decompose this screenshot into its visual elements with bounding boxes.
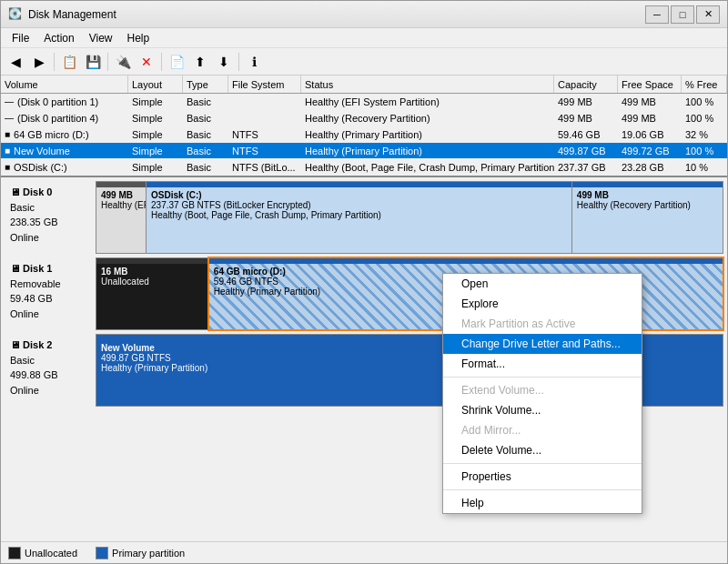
td-pctfree: 32 %: [682, 126, 727, 142]
context-menu-item[interactable]: Explore: [443, 294, 642, 314]
td-type: Basic: [183, 126, 228, 142]
td-fs: NTFS (BitLo...: [228, 159, 301, 175]
partition-bar: [147, 182, 571, 187]
disk-status: Online: [10, 383, 90, 398]
context-menu-item[interactable]: Help: [443, 493, 642, 513]
td-capacity: 59.46 GB: [554, 126, 618, 142]
header-layout[interactable]: Layout: [128, 76, 183, 93]
title-bar: 💽 Disk Management ─ □ ✕: [1, 1, 727, 28]
menu-help[interactable]: Help: [120, 30, 157, 46]
td-type: Basic: [183, 143, 228, 158]
disk-label: 🖥 Disk 1 Removable 59.48 GB Online: [5, 257, 96, 330]
disk-type: Removable: [10, 277, 90, 292]
td-fs: NTFS: [228, 126, 301, 142]
table-row[interactable]: ■New VolumeSimpleBasicNTFSHealthy (Prima…: [1, 143, 727, 159]
toolbar-sep-1: [54, 53, 55, 71]
disk-label: 🖥 Disk 2 Basic 499.88 GB Online: [5, 334, 96, 407]
menu-file[interactable]: File: [5, 30, 36, 46]
toolbar-btn-7[interactable]: ⬆: [189, 51, 211, 73]
context-menu-item[interactable]: Open: [443, 274, 642, 294]
context-menu-separator: [443, 377, 642, 378]
header-volume[interactable]: Volume: [1, 76, 128, 93]
context-menu-item: Extend Volume...: [443, 380, 642, 400]
disk-status: Online: [10, 307, 90, 322]
header-type[interactable]: Type: [183, 76, 228, 93]
disk-type: Basic: [10, 353, 90, 368]
legend-unallocated: Unallocated: [8, 547, 77, 559]
partition-name: 16 MB: [101, 267, 204, 277]
context-menu-item: Add Mirror...: [443, 420, 642, 440]
td-volume: ■New Volume: [1, 143, 128, 158]
td-status: Healthy (Boot, Page File, Crash Dump, Pr…: [301, 159, 554, 175]
table-body: —(Disk 0 partition 1)SimpleBasicHealthy …: [1, 94, 727, 176]
legend-primary-box: [96, 547, 108, 559]
toolbar-sep-3: [161, 53, 162, 71]
maximize-button[interactable]: □: [671, 5, 694, 24]
window-title: Disk Management: [28, 8, 645, 21]
minimize-button[interactable]: ─: [645, 5, 669, 24]
td-type: Basic: [183, 110, 228, 126]
header-pctfree[interactable]: % Free: [682, 76, 727, 93]
header-capacity[interactable]: Capacity: [554, 76, 618, 93]
toolbar-btn-info[interactable]: ℹ: [243, 51, 265, 73]
partition-sublabel: Healthy (Recovery Partition): [577, 200, 718, 210]
td-freespace: 499 MB: [618, 110, 682, 126]
context-menu-item[interactable]: Shrink Volume...: [443, 400, 642, 420]
header-status[interactable]: Status: [301, 76, 554, 93]
partition-bar: [572, 182, 723, 187]
toolbar-btn-6[interactable]: 📄: [166, 51, 187, 73]
disk-name: 🖥 Disk 0: [10, 185, 90, 200]
table-row[interactable]: —(Disk 0 partition 4)SimpleBasicHealthy …: [1, 110, 727, 126]
context-menu-item[interactable]: Format...: [443, 354, 642, 374]
menu-view[interactable]: View: [82, 30, 120, 46]
toolbar: ◀ ▶ 📋 💾 🔌 ✕ 📄 ⬆ ⬇ ℹ: [1, 48, 727, 76]
partition[interactable]: 499 MBHealthy (Recovery Partition): [572, 182, 723, 253]
toolbar-btn-4[interactable]: 💾: [82, 51, 104, 73]
back-button[interactable]: ◀: [5, 51, 26, 73]
td-status: Healthy (Primary Partition): [301, 143, 554, 158]
partition-bar: [96, 258, 208, 264]
app-icon: 💽: [8, 7, 23, 22]
forward-button[interactable]: ▶: [28, 51, 50, 73]
td-capacity: 499.87 GB: [554, 143, 618, 158]
partition[interactable]: 499 MBHealthy (EFI System Partition): [96, 182, 147, 253]
td-layout: Simple: [128, 110, 183, 126]
toolbar-btn-5[interactable]: 🔌: [112, 51, 134, 73]
toolbar-btn-delete[interactable]: ✕: [136, 51, 157, 73]
td-pctfree: 100 %: [682, 94, 727, 109]
menu-action[interactable]: Action: [36, 30, 81, 46]
td-capacity: 499 MB: [554, 94, 618, 109]
table-row[interactable]: —(Disk 0 partition 1)SimpleBasicHealthy …: [1, 94, 727, 110]
td-capacity: 237.37 GB: [554, 159, 618, 175]
td-status: Healthy (Primary Partition): [301, 126, 554, 142]
toolbar-sep-2: [107, 53, 108, 71]
close-button[interactable]: ✕: [696, 5, 720, 24]
disk-size: 499.88 GB: [10, 368, 90, 383]
td-fs: NTFS: [228, 143, 301, 158]
header-freespace[interactable]: Free Space: [618, 76, 682, 93]
context-menu-separator: [443, 489, 642, 490]
toolbar-sep-4: [238, 53, 239, 71]
table-row[interactable]: ■64 GB micro (D:)SimpleBasicNTFSHealthy …: [1, 126, 727, 143]
td-type: Basic: [183, 94, 228, 109]
context-menu-separator: [443, 463, 642, 464]
partition[interactable]: 16 MBUnallocated: [96, 258, 209, 329]
toolbar-btn-8[interactable]: ⬇: [213, 51, 235, 73]
table-row[interactable]: ■OSDisk (C:)SimpleBasicNTFS (BitLo...Hea…: [1, 159, 727, 176]
status-bar: Unallocated Primary partition: [1, 541, 727, 563]
legend-primary: Primary partition: [96, 547, 185, 559]
context-menu: OpenExploreMark Partition as ActiveChang…: [442, 273, 642, 514]
header-fs[interactable]: File System: [228, 76, 301, 93]
td-capacity: 499 MB: [554, 110, 618, 126]
partition-name: 499 MB: [577, 190, 718, 200]
partition[interactable]: OSDisk (C:)237.37 GB NTFS (BitLocker Enc…: [147, 182, 572, 253]
context-menu-item[interactable]: Change Drive Letter and Paths...: [443, 334, 642, 354]
td-volume: —(Disk 0 partition 4): [1, 110, 128, 126]
toolbar-btn-3[interactable]: 📋: [58, 51, 80, 73]
partition-bar: [209, 258, 723, 264]
context-menu-item[interactable]: Properties: [443, 467, 642, 487]
context-menu-item[interactable]: Delete Volume...: [443, 440, 642, 460]
legend-unalloc-box: [8, 547, 21, 559]
partition-sublabel: Unallocated: [101, 277, 204, 287]
disk-label: 🖥 Disk 0 Basic 238.35 GB Online: [5, 181, 96, 254]
